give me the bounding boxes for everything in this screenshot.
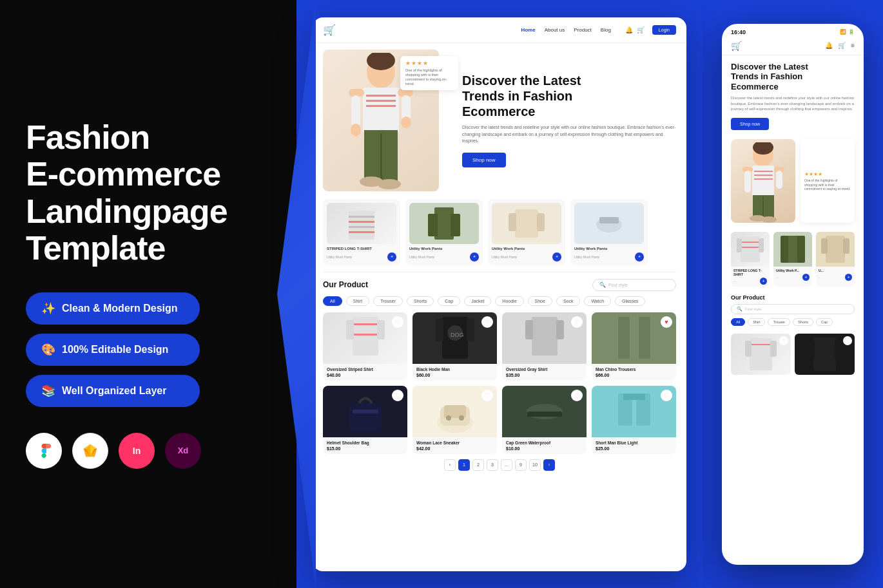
cat-trouser[interactable]: Trouser [373,296,403,306]
cat-jacket[interactable]: Jacket [464,296,491,306]
product-heart-3[interactable]: ♡ [571,316,583,328]
prev-page[interactable]: ‹ [444,459,456,471]
mobile-product-card-2[interactable]: ♡ [795,334,855,375]
mobile-shop-btn[interactable]: Shop now [731,118,769,130]
mobile-cat-cap[interactable]: Cap [816,318,833,326]
cat-hoodie[interactable]: Hoodie [495,296,523,306]
cat-all[interactable]: All [323,296,342,306]
product-card-3[interactable]: ♡ Oversized Gray Shirt $35.00 [502,312,587,381]
cat-shirt[interactable]: Shirt [346,296,369,306]
cat-watch[interactable]: Watch [584,296,611,306]
product-heart-4[interactable]: ♥ [661,316,672,328]
product-card-1[interactable]: ♡ Oversized Striped Shirt $40.00 [323,312,407,381]
page-10[interactable]: 10 [529,459,541,471]
thumb-add-btn-1[interactable]: + [387,252,396,261]
figma-icon[interactable] [26,433,62,469]
product-grid: ♡ Oversized Striped Shirt $40.00 DOG [323,312,676,454]
cat-sock[interactable]: Sock [556,296,581,306]
products-title: Our Product [323,280,368,289]
page-1[interactable]: 1 [458,459,470,471]
product-card-5[interactable]: ♡ Helmet Shoulder Bag $15.00 [323,386,407,454]
mobile-cat-all[interactable]: All [731,318,745,326]
nav-blog[interactable]: Blog [601,27,611,33]
nav-about[interactable]: About us [545,27,565,33]
mobile-thumb-grid: STRIPED LONG T-SHIRT ... + Utilit [722,228,864,290]
mobile-cat-shorts[interactable]: Shorts [793,318,813,326]
mobile-cat-shirt[interactable]: Shirt [748,318,765,326]
mobile-thumb-1[interactable]: STRIPED LONG T-SHIRT ... + [731,232,770,287]
mobile-product-card-1[interactable]: ♡ [731,334,791,375]
product-name-1: Oversized Striped Shirt [327,367,403,372]
search-bar[interactable]: 🔍 Find style [592,279,676,291]
category-tabs: All Shirt Trouser Shorts Cap Jacket Hood… [323,296,676,306]
svg-rect-30 [428,214,438,236]
invision-icon[interactable]: In [119,433,155,469]
thumb-footer-3: Utility Work Pants + [492,252,561,261]
sketch-icon[interactable] [72,433,108,469]
page-9[interactable]: 9 [515,459,527,471]
product-card-6[interactable]: ♡ Woman Lace Sneaker $42.00 [412,386,497,454]
mobile-thumb-3[interactable]: U... ... + [816,232,855,287]
thumb-sub-4: Utility Work Pants [574,255,599,259]
product-heart-2[interactable]: ♡ [481,316,493,328]
cat-shoe[interactable]: Shoe [528,296,552,306]
mobile-thumb-add-1[interactable]: + [760,278,767,285]
thumb-card-2[interactable]: Utility Work Pants Utility Work Pants + [405,199,483,265]
page-2[interactable]: 2 [472,459,484,471]
cart-icon[interactable]: 🛒 [637,26,645,33]
clean-design-icon: ✨ [41,301,55,316]
thumb-card-4[interactable]: Utility Work Pants Utility Work Pants + [570,199,648,265]
review-stars: ★★★★ [405,60,453,66]
bell-icon[interactable]: 🔔 [625,26,633,33]
nav-product[interactable]: Product [574,27,592,33]
product-price-8: $25.00 [596,446,672,451]
product-card-7[interactable]: ♡ Cap Green Waterproof $10.00 [502,386,587,454]
cat-shorts[interactable]: Shorts [407,296,434,306]
nav-links: Home About us Product Blog [521,27,610,33]
product-card-2[interactable]: DOG ♡ Black Hodie Man $60.00 [412,312,497,381]
tool-icons: In Xd [26,433,271,469]
next-page[interactable]: › [543,459,555,471]
product-heart-5[interactable]: ♡ [392,390,403,401]
login-button[interactable]: Login [652,25,676,35]
mobile-logo: 🛒 [731,41,742,51]
thumb-img-4 [574,203,644,244]
mobile-cat-trouser[interactable]: Trouser [768,318,790,326]
mobile-cart-icon[interactable]: 🛒 [838,42,846,49]
layer-badge[interactable]: 📚 Well Organized Layer [26,375,200,407]
mobile-menu-icon[interactable]: ≡ [851,42,855,49]
clean-design-badge[interactable]: ✨ Clean & Modern Design [26,292,200,325]
clean-design-label: Clean & Modern Design [62,303,178,314]
nav-home[interactable]: Home [521,27,535,33]
product-heart-6[interactable]: ♡ [481,390,493,401]
product-price-3: $35.00 [506,373,583,377]
page-3[interactable]: 3 [487,459,498,471]
product-name-7: Cap Green Waterproof [506,441,583,445]
shop-now-button[interactable]: Shop now [462,153,506,167]
product-card-8[interactable]: ♡ Short Man Blue Light $25.00 [592,386,676,454]
thumb-add-btn-4[interactable]: + [635,252,644,261]
svg-rect-73 [754,175,773,176]
thumb-card-3[interactable]: Utility Work Pants Utility Work Pants + [488,199,565,265]
mobile-search[interactable]: 🔍 Find style [731,304,855,314]
product-heart-1[interactable]: ♡ [392,316,403,328]
product-card-4[interactable]: ♥ Man Chino Trousers $66.00 [592,312,676,381]
mobile-thumb-add-3[interactable]: + [845,274,852,281]
mobile-bell-icon[interactable]: 🔔 [825,42,833,49]
thumb-card-1[interactable]: STRIPED LONG T-SHIRT Utility Work Pants … [323,199,400,265]
cat-cap[interactable]: Cap [438,296,460,306]
thumb-add-btn-2[interactable]: + [470,252,479,261]
mobile-thumb-2[interactable]: Utility Work P... ... + [773,232,812,287]
cat-glasses[interactable]: Glasses [615,296,645,306]
editable-design-badge[interactable]: 🎨 100% Editable Design [26,334,200,366]
svg-rect-93 [843,238,849,254]
xd-icon[interactable]: Xd [165,433,201,469]
thumb-add-btn-3[interactable]: + [552,252,561,261]
product-info-1: Oversized Striped Shirt $40.00 [323,364,407,381]
mobile-thumb-add-2[interactable]: + [802,274,810,281]
svg-rect-85 [741,247,760,248]
product-heart-8[interactable]: ♡ [661,390,672,401]
svg-rect-86 [737,238,742,252]
product-heart-7[interactable]: ♡ [571,390,583,401]
mobile-thumb-sub-3: ... [819,276,821,279]
